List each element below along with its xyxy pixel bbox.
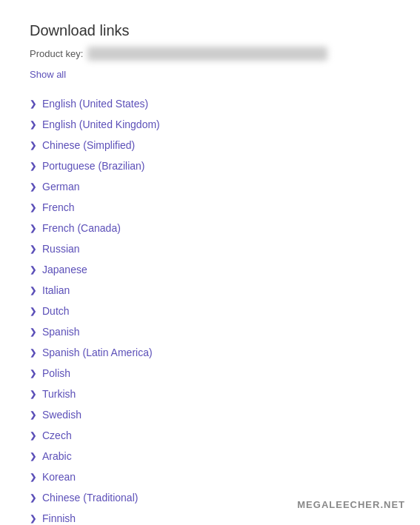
language-label: English (United States) [42,98,148,110]
chevron-icon: ❯ [30,452,36,461]
language-item[interactable]: ❯Spanish [30,321,390,342]
language-label: Russian [42,243,80,255]
chevron-icon: ❯ [30,203,36,213]
chevron-icon: ❯ [30,514,36,524]
chevron-icon: ❯ [30,161,36,171]
chevron-icon: ❯ [30,265,36,275]
language-label: English (United Kingdom) [42,118,160,130]
chevron-icon: ❯ [30,493,36,503]
page-title: Download links [30,22,390,39]
watermark: MEGALEECHER.NET [297,499,405,510]
chevron-icon: ❯ [30,120,36,130]
language-item[interactable]: ❯Swedish [30,404,390,425]
language-label: Korean [42,471,76,483]
language-item[interactable]: ❯Korean [30,467,390,487]
show-all-link[interactable]: Show all [30,69,66,80]
chevron-icon: ❯ [30,431,36,441]
language-label: Polish [42,367,70,379]
language-label: Chinese (Traditional) [42,492,138,504]
chevron-icon: ❯ [30,389,36,399]
language-item[interactable]: ❯Polish [30,363,390,384]
chevron-icon: ❯ [30,410,36,420]
language-item[interactable]: ❯English (United Kingdom) [30,114,390,135]
language-label: Spanish [42,326,80,338]
language-item[interactable]: ❯Spanish (Latin America) [30,342,390,363]
chevron-icon: ❯ [30,224,36,233]
language-item[interactable]: ❯French (Canada) [30,218,390,238]
chevron-icon: ❯ [30,327,36,337]
language-item[interactable]: ❯Japanese [30,259,390,280]
language-label: Portuguese (Brazilian) [42,160,145,172]
language-item[interactable]: ❯French [30,197,390,218]
language-item[interactable]: ❯Italian [30,280,390,301]
language-list: ❯English (United States)❯English (United… [30,93,390,525]
language-label: Dutch [42,305,70,317]
language-label: Turkish [42,388,76,400]
language-label: Swedish [42,409,81,421]
language-label: Czech [42,429,72,441]
language-item[interactable]: ❯Portuguese (Brazilian) [30,156,390,176]
product-key-row: Product key: NXXXXX XXXXX XXXXX XXXXX XX… [30,47,390,61]
language-label: Arabic [42,450,72,462]
chevron-icon: ❯ [30,348,36,358]
language-label: Chinese (Simplified) [42,139,135,151]
language-label: Spanish (Latin America) [42,347,153,358]
language-label: Italian [42,284,70,296]
product-key-value: NXXXXX XXXXX XXXXX XXXXX XXXXXR [87,47,327,61]
chevron-icon: ❯ [30,99,36,109]
language-item[interactable]: ❯Arabic [30,446,390,467]
language-label: German [42,181,80,193]
language-label: Finnish [42,512,76,524]
chevron-icon: ❯ [30,286,36,295]
product-key-label: Product key: [30,48,83,59]
language-item[interactable]: ❯Czech [30,425,390,446]
chevron-icon: ❯ [30,182,36,192]
language-item[interactable]: ❯Turkish [30,384,390,404]
language-label: Japanese [42,264,87,275]
chevron-icon: ❯ [30,369,36,378]
chevron-icon: ❯ [30,244,36,254]
chevron-icon: ❯ [30,307,36,316]
language-item[interactable]: ❯Finnish [30,508,390,525]
language-label: French (Canada) [42,222,121,234]
language-item[interactable]: ❯German [30,176,390,197]
chevron-icon: ❯ [30,472,36,482]
language-item[interactable]: ❯Russian [30,238,390,259]
language-label: French [42,201,75,213]
language-item[interactable]: ❯English (United States) [30,93,390,114]
language-item[interactable]: ❯Dutch [30,301,390,321]
language-item[interactable]: ❯Chinese (Simplified) [30,135,390,156]
chevron-icon: ❯ [30,141,36,150]
